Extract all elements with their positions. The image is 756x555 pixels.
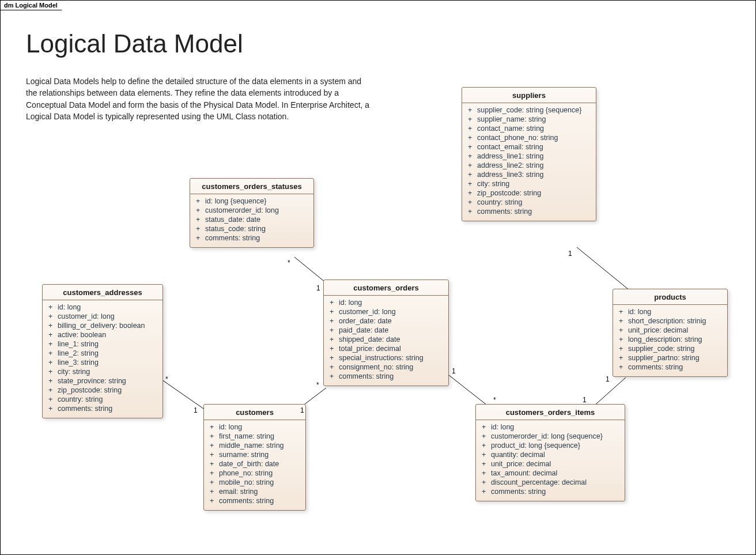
attribute-row: tax_amount: decimal: [481, 469, 620, 478]
entity-title: customers_orders_statuses: [190, 179, 313, 194]
attribute-row: comments: string: [467, 207, 591, 216]
attribute-row: address_line2: string: [467, 161, 591, 170]
attribute-row: supplier_code: string {sequence}: [467, 105, 591, 115]
attribute-row: line_2: string: [47, 349, 158, 358]
attribute-list: id: long short_description: strinig unit…: [613, 305, 727, 376]
attribute-row: active: boolean: [47, 330, 158, 339]
entity-title: customers_orders: [324, 280, 448, 296]
multiplicity-label: 1: [316, 284, 320, 292]
entity-suppliers: suppliers supplier_code: string {sequenc…: [462, 87, 596, 221]
entity-products: products id: long short_description: str…: [613, 289, 728, 377]
entity-title: suppliers: [462, 88, 596, 103]
attribute-row: comments: string: [481, 487, 620, 496]
entity-customers-orders: customers_orders id: long customer_id: l…: [323, 280, 449, 386]
attribute-list: id: long customerorder_id: long {sequenc…: [476, 420, 625, 501]
entity-customers-orders-items: customers_orders_items id: long customer…: [475, 404, 625, 501]
attribute-row: id: long: [209, 422, 301, 432]
attribute-row: zip_postcode: string: [47, 386, 158, 395]
attribute-row: id: long: [47, 303, 158, 312]
attribute-row: billing_or_delivery: boolean: [47, 321, 158, 330]
attribute-row: mobile_no: string: [209, 478, 301, 487]
attribute-row: email: string: [209, 487, 301, 496]
attribute-row: date_of_birth: date: [209, 459, 301, 469]
attribute-list: id: long customer_id: long billing_or_de…: [43, 300, 162, 418]
svg-line-5: [577, 247, 633, 293]
attribute-row: order_date: date: [328, 316, 444, 326]
entity-title: customers: [204, 405, 305, 420]
attribute-row: consignment_no: string: [328, 363, 444, 372]
attribute-row: state_province: string: [47, 376, 158, 386]
attribute-row: first_name: string: [209, 432, 301, 441]
multiplicity-label: 1: [194, 406, 198, 414]
attribute-row: status_code: string: [195, 224, 309, 233]
attribute-list: id: long {sequence} customerorder_id: lo…: [190, 194, 313, 247]
attribute-row: country: string: [47, 395, 158, 404]
attribute-row: city: string: [467, 179, 591, 188]
attribute-row: middle_name: string: [209, 441, 301, 450]
attribute-row: address_line3: string: [467, 170, 591, 179]
attribute-row: total_price: decimal: [328, 344, 444, 353]
multiplicity-label: *: [165, 375, 168, 383]
attribute-row: comments: string: [47, 404, 158, 413]
attribute-row: line_3: string: [47, 358, 158, 367]
multiplicity-label: *: [493, 396, 496, 404]
svg-line-3: [449, 375, 489, 407]
attribute-row: id: long: [618, 307, 723, 316]
attribute-row: customer_id: long: [328, 307, 444, 316]
attribute-list: id: long first_name: string middle_name:…: [204, 420, 305, 510]
svg-line-1: [162, 380, 203, 409]
attribute-row: unit_price: decimal: [618, 326, 723, 335]
attribute-row: comments: string: [328, 372, 444, 381]
description-text: Logical Data Models help to define the d…: [26, 75, 372, 122]
attribute-row: paid_date: date: [328, 326, 444, 335]
attribute-list: supplier_code: string {sequence} supplie…: [462, 103, 596, 221]
entity-customers-orders-statuses: customers_orders_statuses id: long {sequ…: [190, 178, 314, 248]
attribute-row: zip_postcode: string: [467, 188, 591, 198]
attribute-row: contact_email: string: [467, 142, 591, 152]
multiplicity-label: *: [316, 381, 319, 389]
entity-title: products: [613, 289, 727, 305]
attribute-row: product_id: long {sequence}: [481, 441, 620, 450]
multiplicity-label: 1: [568, 250, 572, 258]
attribute-row: comments: string: [618, 363, 723, 372]
attribute-row: id: long: [481, 422, 620, 432]
attribute-row: comments: string: [209, 496, 301, 505]
entity-customers: customers id: long first_name: string mi…: [203, 404, 306, 511]
multiplicity-label: 1: [300, 406, 304, 414]
attribute-row: contact_name: string: [467, 124, 591, 133]
attribute-row: customerorder_id: long: [195, 206, 309, 215]
attribute-row: contact_phone_no: string: [467, 133, 591, 142]
entity-customers-addresses: customers_addresses id: long customer_id…: [42, 284, 163, 418]
attribute-list: id: long customer_id: long order_date: d…: [324, 296, 448, 386]
attribute-row: status_date: date: [195, 215, 309, 224]
multiplicity-label: 1: [606, 375, 610, 383]
attribute-row: phone_no: string: [209, 469, 301, 478]
attribute-row: surname: string: [209, 450, 301, 459]
page-title: Logical Data Model: [26, 29, 243, 58]
attribute-row: comments: string: [195, 233, 309, 243]
multiplicity-label: *: [288, 259, 290, 267]
diagram-frame: dm Logical Model Logical Data Model Logi…: [0, 0, 756, 555]
attribute-row: shipped_date: date: [328, 335, 444, 344]
attribute-row: supplier_partno: string: [618, 353, 723, 363]
attribute-row: id: long {sequence}: [195, 197, 309, 206]
diagram-content: Logical Data Model Logical Data Models h…: [1, 1, 755, 554]
multiplicity-label: 1: [452, 367, 456, 375]
attribute-row: address_line1: string: [467, 152, 591, 161]
attribute-row: city: string: [47, 367, 158, 376]
attribute-row: customerorder_id: long {sequence}: [481, 432, 620, 441]
attribute-row: supplier_code: string: [618, 344, 723, 353]
attribute-row: country: string: [467, 198, 591, 207]
attribute-row: quantity: decimal: [481, 450, 620, 459]
attribute-row: id: long: [328, 298, 444, 307]
attribute-row: short_description: strinig: [618, 316, 723, 326]
attribute-row: discount_percentage: decimal: [481, 478, 620, 487]
attribute-row: special_instructions: string: [328, 353, 444, 363]
multiplicity-label: 1: [583, 396, 587, 404]
attribute-row: long_description: string: [618, 335, 723, 344]
attribute-row: line_1: string: [47, 339, 158, 349]
attribute-row: customer_id: long: [47, 312, 158, 321]
entity-title: customers_orders_items: [476, 405, 625, 420]
entity-title: customers_addresses: [43, 285, 162, 300]
attribute-row: unit_price: decimal: [481, 459, 620, 469]
